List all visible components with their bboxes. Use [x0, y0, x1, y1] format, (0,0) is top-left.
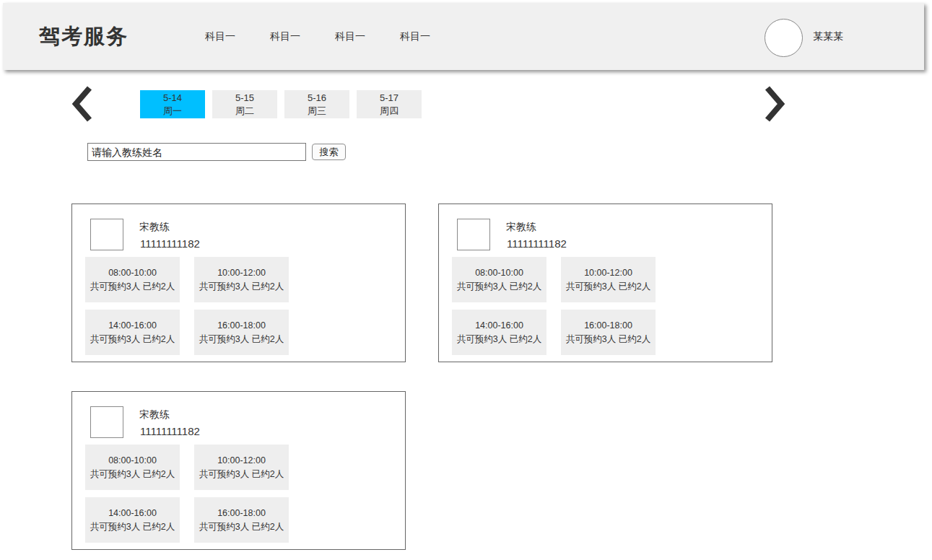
slot-time: 16:00-18:00	[217, 319, 266, 333]
slot-capacity: 共可预约3人 已约2人	[90, 333, 175, 346]
coach-name: 宋教练	[139, 221, 170, 234]
time-slot[interactable]: 16:00-18:00 共可预约3人 已约2人	[194, 497, 289, 543]
slot-capacity: 共可预约3人 已约2人	[90, 280, 175, 294]
time-slot[interactable]: 16:00-18:00 共可预约3人 已约2人	[561, 310, 656, 355]
time-slot[interactable]: 10:00-12:00 共可预约3人 已约2人	[194, 445, 289, 490]
tab-date: 5-15	[235, 92, 254, 105]
coach-phone: 11111111182	[140, 425, 200, 437]
slot-capacity: 共可预约3人 已约2人	[457, 280, 541, 294]
next-week-button[interactable]	[762, 84, 787, 123]
slot-capacity: 共可预约3人 已约2人	[90, 520, 175, 534]
date-tab-tue[interactable]: 5-15 周二	[212, 90, 277, 118]
coach-name: 宋教练	[139, 408, 170, 421]
slot-time: 14:00-16:00	[475, 319, 523, 333]
time-slot[interactable]: 08:00-10:00 共可预约3人 已约2人	[452, 257, 546, 302]
slot-time: 16:00-18:00	[584, 319, 632, 333]
time-slot[interactable]: 08:00-10:00 共可预约3人 已约2人	[85, 445, 180, 490]
date-tab-wed[interactable]: 5-16 周三	[284, 90, 349, 118]
slot-capacity: 共可预约3人 已约2人	[566, 333, 650, 346]
slot-time: 14:00-16:00	[108, 507, 157, 520]
coach-card: 宋教练 11111111182 08:00-10:00 共可预约3人 已约2人 …	[71, 391, 406, 550]
date-tab-mon[interactable]: 5-14 周一	[140, 90, 205, 118]
slot-capacity: 共可预约3人 已约2人	[566, 280, 650, 294]
chevron-right-icon	[762, 84, 787, 123]
slot-time: 10:00-12:00	[217, 266, 266, 280]
slot-list: 08:00-10:00 共可预约3人 已约2人 10:00-12:00 共可预约…	[452, 257, 762, 355]
slot-time: 08:00-10:00	[108, 454, 157, 468]
time-slot[interactable]: 14:00-16:00 共可预约3人 已约2人	[85, 310, 180, 355]
time-slot[interactable]: 08:00-10:00 共可预约3人 已约2人	[85, 257, 180, 302]
slot-time: 16:00-18:00	[217, 507, 266, 520]
app-title: 驾考服务	[39, 22, 129, 51]
slot-time: 08:00-10:00	[475, 266, 523, 280]
slot-capacity: 共可预约3人 已约2人	[199, 520, 284, 534]
tab-weekday: 周二	[235, 105, 254, 118]
nav-item-subject-4[interactable]: 科目一	[400, 30, 430, 43]
time-slot[interactable]: 14:00-16:00 共可预约3人 已约2人	[452, 310, 546, 355]
time-slot[interactable]: 10:00-12:00 共可预约3人 已约2人	[194, 257, 289, 302]
nav-item-subject-2[interactable]: 科目一	[270, 30, 300, 43]
slot-capacity: 共可预约3人 已约2人	[199, 468, 284, 481]
nav-item-subject-1[interactable]: 科目一	[205, 30, 235, 43]
user-avatar[interactable]	[765, 19, 803, 57]
user-name: 某某某	[813, 30, 843, 43]
time-slot[interactable]: 14:00-16:00 共可预约3人 已约2人	[85, 497, 180, 543]
main-nav: 科目一 科目一 科目一 科目一	[205, 3, 430, 70]
tab-weekday: 周一	[163, 105, 182, 118]
tab-weekday: 周三	[308, 105, 326, 118]
slot-capacity: 共可预约3人 已约2人	[457, 333, 541, 346]
tab-weekday: 周四	[380, 105, 399, 118]
coach-search-input[interactable]	[87, 143, 306, 161]
slot-list: 08:00-10:00 共可预约3人 已约2人 10:00-12:00 共可预约…	[85, 445, 396, 543]
slot-capacity: 共可预约3人 已约2人	[90, 468, 175, 481]
date-tab-thu[interactable]: 5-17 周四	[357, 90, 422, 118]
date-tabs: 5-14 周一 5-15 周二 5-16 周三 5-17 周四	[140, 90, 422, 118]
time-slot[interactable]: 10:00-12:00 共可预约3人 已约2人	[561, 257, 656, 302]
tab-date: 5-16	[308, 92, 326, 105]
slot-capacity: 共可预约3人 已约2人	[199, 280, 284, 294]
slot-list: 08:00-10:00 共可预约3人 已约2人 10:00-12:00 共可预约…	[85, 257, 396, 355]
slot-time: 08:00-10:00	[108, 266, 157, 280]
chevron-left-icon	[70, 84, 95, 123]
coach-phone: 11111111182	[507, 237, 567, 250]
app-header: 驾考服务 科目一 科目一 科目一 科目一 某某某	[3, 3, 924, 70]
slot-time: 10:00-12:00	[584, 266, 632, 280]
coach-card: 宋教练 11111111182 08:00-10:00 共可预约3人 已约2人 …	[71, 204, 406, 362]
prev-week-button[interactable]	[70, 84, 95, 123]
coach-photo-placeholder	[90, 406, 123, 438]
tab-date: 5-17	[380, 92, 399, 105]
time-slot[interactable]: 16:00-18:00 共可预约3人 已约2人	[194, 310, 289, 355]
tab-date: 5-14	[163, 92, 182, 105]
coach-card: 宋教练 11111111182 08:00-10:00 共可预约3人 已约2人 …	[438, 204, 772, 362]
coach-photo-placeholder	[90, 219, 123, 250]
coach-photo-placeholder	[457, 219, 490, 250]
coach-name: 宋教练	[506, 221, 536, 234]
slot-capacity: 共可预约3人 已约2人	[199, 333, 284, 346]
search-button[interactable]: 搜索	[312, 144, 346, 160]
slot-time: 14:00-16:00	[108, 319, 157, 333]
slot-time: 10:00-12:00	[217, 454, 266, 468]
nav-item-subject-3[interactable]: 科目一	[335, 30, 365, 43]
coach-phone: 11111111182	[140, 237, 200, 250]
